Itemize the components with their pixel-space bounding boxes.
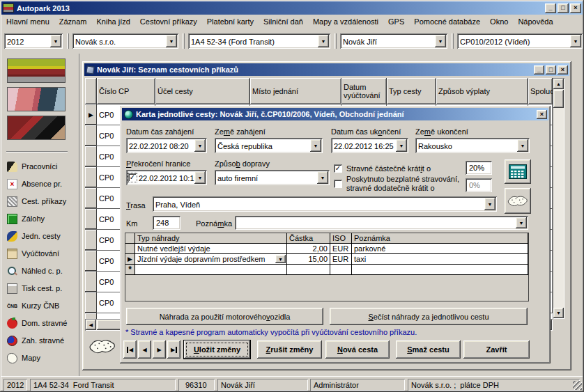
column-header-cislo-cp[interactable]: Číslo CP xyxy=(97,78,155,104)
chevron-down-icon[interactable]: ▼ xyxy=(194,171,206,184)
chevron-down-icon[interactable]: ▼ xyxy=(516,217,527,228)
sidebar-item-zalohy[interactable]: Zálohy xyxy=(7,211,45,226)
scrollbar-thumb[interactable] xyxy=(553,90,564,108)
status-year: 2012 xyxy=(3,379,27,391)
minimize-button[interactable]: _ xyxy=(534,65,544,75)
column-header-typ-cesty[interactable]: Typ cesty xyxy=(387,78,436,104)
menu-hlavni-menu[interactable]: Hlavní menu xyxy=(1,15,54,28)
border-cross-combobox[interactable]: ✓ 22.02.2012 10:15 ▼ xyxy=(126,170,207,185)
year-combobox[interactable]: 2012 ▼ xyxy=(4,33,63,49)
grid-row-current[interactable]: ▶ Jízdní výdaje dopravním prostředkem ▼ … xyxy=(125,254,528,265)
meal-reduce-percent-input[interactable]: 20% xyxy=(466,161,492,175)
map-button[interactable] xyxy=(505,188,531,214)
cnb-icon: ČNB xyxy=(7,301,17,311)
new-trip-button[interactable]: Nová cesta xyxy=(325,340,390,359)
clipboard-icon xyxy=(7,249,17,259)
column-header-spolucestujici[interactable]: Spoluc xyxy=(528,78,553,104)
sum-reimbursements-button[interactable]: Sečíst náhrady za jednotlivou cestu xyxy=(330,308,528,325)
menu-silnicni-dan[interactable]: Silniční daň xyxy=(259,15,308,28)
calculator-button[interactable] xyxy=(505,159,531,184)
travel-order-combobox[interactable]: CP010/2012 (Vídeň) ▼ xyxy=(457,33,583,49)
sidebar-item-nahled[interactable]: Náhled c. p. xyxy=(7,263,63,279)
route-label: Trasa xyxy=(126,201,146,210)
chevron-down-icon[interactable]: ▼ xyxy=(166,35,177,47)
column-header-datum-vyuctovani[interactable]: Datum vyúčtování xyxy=(341,78,387,104)
vehicle-reimbursement-button[interactable]: Náhrada za použití motorového vozidla xyxy=(126,308,323,325)
menu-pomocne-databaze[interactable]: Pomocné databáze xyxy=(409,15,485,28)
save-changes-button[interactable]: Uložit změny xyxy=(184,340,250,359)
minimize-button[interactable]: _ xyxy=(545,3,556,13)
cancel-changes-button[interactable]: Zrušit změny xyxy=(257,340,322,359)
column-header-misto-jednani[interactable]: Místo jednání xyxy=(250,78,341,104)
close-button[interactable]: × xyxy=(558,65,568,75)
menu-kniha-jizd[interactable]: Kniha jízd xyxy=(92,15,135,28)
sidebar-item-tisk[interactable]: Tisk cest. p. xyxy=(7,281,62,296)
border-cross-checkbox[interactable]: ✓ xyxy=(128,173,137,182)
transport-combobox[interactable]: auto firemní ▼ xyxy=(215,170,330,185)
sidebar-item-mapy[interactable]: Mapy xyxy=(7,350,40,366)
sidebar-item-dom-stravne[interactable]: Dom. stravné xyxy=(7,315,67,331)
end-country-combobox[interactable]: Rakousko ▼ xyxy=(415,138,530,153)
restore-button[interactable]: □ xyxy=(558,3,569,13)
chevron-down-icon[interactable]: ▼ xyxy=(194,139,206,152)
chevron-down-icon[interactable]: ▼ xyxy=(484,198,495,210)
menu-napoveda[interactable]: Nápověda xyxy=(513,15,558,28)
grid-new-row[interactable]: * xyxy=(125,265,528,275)
menu-platebni-karty[interactable]: Platební karty xyxy=(202,15,259,28)
column-header-zpusob-vyplaty[interactable]: Způsob výplaty xyxy=(436,78,528,104)
menu-mapy-a-vzdalenosti[interactable]: Mapy a vzdálenosti xyxy=(308,15,383,28)
chevron-down-icon[interactable]: ▼ xyxy=(396,139,407,152)
sidebar-item-cest-prikazy[interactable]: Cest. příkazy xyxy=(7,194,66,209)
chevron-down-icon[interactable]: ▼ xyxy=(318,35,329,47)
menu-okno[interactable]: Okno xyxy=(485,15,513,28)
sidebar-item-jedn-cesty[interactable]: Jedn. cesty xyxy=(7,228,61,244)
close-icon[interactable]: × xyxy=(537,110,547,119)
chevron-down-icon[interactable]: ▼ xyxy=(570,35,581,47)
chevron-down-icon[interactable]: ▼ xyxy=(317,171,328,184)
grid-header-castka: Částka xyxy=(287,233,330,243)
sidebar-item-zah-stravne[interactable]: Zah. stravné xyxy=(7,333,64,348)
nav-first-button[interactable]: ◀ xyxy=(123,340,137,359)
driver-combobox[interactable]: Novák Jiří ▼ xyxy=(340,33,447,49)
delete-trip-button[interactable]: Smaž cestu xyxy=(396,340,461,359)
company-combobox[interactable]: Novák s.r.o. ▼ xyxy=(72,33,178,49)
note-combobox[interactable]: ▼ xyxy=(235,216,528,230)
close-dialog-button[interactable]: Zavřít xyxy=(463,340,530,359)
chevron-down-icon[interactable]: ▼ xyxy=(275,255,286,263)
nav-next-button[interactable]: ▶ xyxy=(153,340,166,359)
resize-grip[interactable] xyxy=(573,381,582,390)
sidebar-item-vyuctovani[interactable]: Vyúčtování xyxy=(7,246,59,261)
scroll-down-icon[interactable]: ▼ xyxy=(553,308,564,318)
menu-cestovni-prikazy[interactable]: Cestovní příkazy xyxy=(135,15,202,28)
start-country-combobox[interactable]: Česká republika ▼ xyxy=(215,138,323,153)
chevron-down-icon[interactable]: ▼ xyxy=(517,139,528,152)
close-button[interactable]: × xyxy=(570,3,581,13)
vertical-scrollbar[interactable]: ▲ ▼ xyxy=(553,78,564,319)
nav-last-button[interactable]: ▶ xyxy=(167,340,180,359)
start-datetime-combobox[interactable]: 22.02.2012 08:20 ▼ xyxy=(126,138,207,153)
sidebar-item-kurzy-cnb[interactable]: ČNB Kurzy ČNB xyxy=(7,298,59,313)
vehicle-combobox[interactable]: 1A4 52-34 (Ford Transit) ▼ xyxy=(188,33,330,49)
statusbar: 2012 1A4 52-34 Ford Transit 96310 Novák … xyxy=(1,376,583,391)
chevron-down-icon[interactable]: ▼ xyxy=(310,139,321,152)
menu-gps[interactable]: GPS xyxy=(383,15,409,28)
maximize-button[interactable]: □ xyxy=(546,65,556,75)
end-datetime-combobox[interactable]: 22.02.2012 16:25 ▼ xyxy=(331,138,408,153)
money-icon xyxy=(7,214,17,224)
grid-row[interactable]: Nutné vedlejší výdaje 2,00 EUR parkovné xyxy=(125,244,528,254)
km-input[interactable]: 248 xyxy=(153,216,180,230)
column-header-ucel-cesty[interactable]: Účel cesty xyxy=(155,78,250,104)
chevron-down-icon[interactable]: ▼ xyxy=(435,35,446,47)
nav-prev-button[interactable]: ◀ xyxy=(138,340,151,359)
menu-zaznam[interactable]: Záznam xyxy=(54,15,92,28)
sidebar-item-absence[interactable]: × Absence pr. xyxy=(7,176,62,191)
fuel-pump-photo xyxy=(7,116,66,140)
scroll-left-icon[interactable]: ◀ xyxy=(86,320,96,330)
free-meals-percent-input[interactable]: 0% xyxy=(466,178,492,192)
route-combobox[interactable]: Praha, Vídeň ▼ xyxy=(153,196,497,212)
scroll-up-icon[interactable]: ▲ xyxy=(553,79,564,89)
meal-reduce-checkbox[interactable]: ✓ xyxy=(334,164,342,173)
sidebar-item-pracovnici[interactable]: Pracovníci xyxy=(7,159,57,174)
free-meals-checkbox[interactable] xyxy=(334,180,342,188)
chevron-down-icon[interactable]: ▼ xyxy=(50,35,61,47)
